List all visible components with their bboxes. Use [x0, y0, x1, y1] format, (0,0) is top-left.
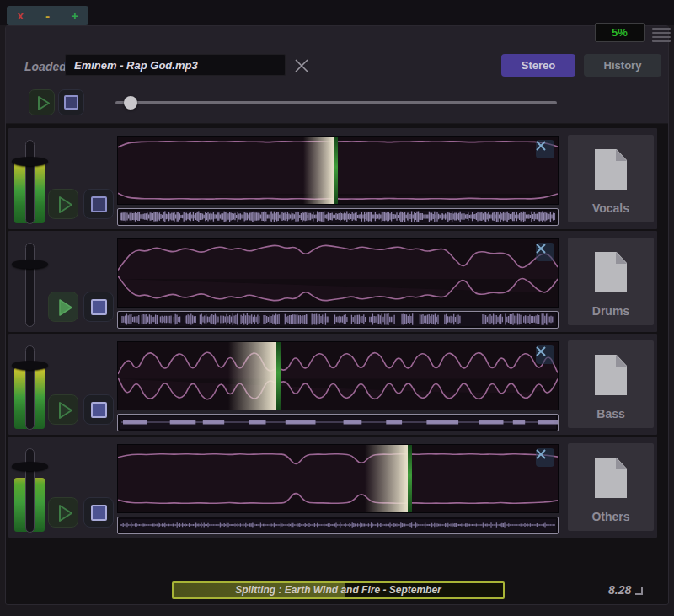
close-icon	[536, 346, 546, 356]
window-maximize-button[interactable]: +	[69, 10, 81, 21]
filename-input[interactable]	[65, 54, 286, 76]
mini-waveform	[118, 415, 558, 430]
file-icon	[595, 149, 627, 190]
history-button[interactable]: History	[584, 54, 661, 77]
mini-seek-strip[interactable]	[117, 208, 559, 226]
clear-file-icon[interactable]	[292, 56, 312, 76]
waveform-envelope	[118, 343, 558, 409]
close-icon	[536, 449, 546, 459]
loop-corner-icon	[635, 587, 643, 595]
header: 5% Loaded Stereo History	[6, 26, 668, 124]
menu-icon[interactable]	[651, 27, 671, 43]
fader-handle[interactable]	[12, 260, 48, 269]
remove-stem-button[interactable]	[536, 448, 554, 467]
mini-waveform	[118, 517, 558, 533]
track-row-vocals: Vocals	[8, 128, 657, 229]
waveform-envelope	[118, 240, 558, 306]
fader-track[interactable]	[25, 140, 35, 224]
stem-file-panel[interactable]: Bass	[568, 340, 654, 428]
stem-label: Drums	[568, 304, 654, 318]
fader-track[interactable]	[25, 345, 35, 430]
track-play-button[interactable]	[48, 497, 78, 528]
track-row-bass: Bass	[8, 334, 657, 435]
slider-thumb[interactable]	[124, 96, 137, 110]
track-stop-button[interactable]	[83, 394, 114, 425]
track-stop-button[interactable]	[83, 497, 114, 528]
track-row-others: Others	[8, 437, 657, 538]
window-minimize-button[interactable]: -	[41, 10, 53, 21]
fader-handle[interactable]	[12, 157, 48, 166]
stop-icon	[91, 299, 107, 315]
waveform-display[interactable]	[117, 341, 559, 410]
stem-label: Others	[568, 510, 654, 523]
mini-waveform	[118, 209, 558, 224]
file-icon	[595, 458, 627, 498]
mini-seek-strip[interactable]	[117, 414, 559, 431]
stop-icon	[91, 196, 107, 212]
track-row-drums: Drums	[8, 231, 657, 332]
remove-stem-button[interactable]	[536, 140, 554, 158]
stem-splitter-app: x - + 5% Loaded Stereo History	[0, 0, 674, 616]
splitting-status-bar: Splitting : Earth Wind and Fire - Septem…	[172, 581, 505, 599]
mini-waveform	[118, 312, 558, 327]
window-close-button[interactable]: x	[14, 10, 26, 21]
close-icon	[536, 141, 546, 151]
loaded-label: Loaded	[24, 60, 67, 73]
fader-handle[interactable]	[12, 462, 48, 471]
stem-file-panel[interactable]: Others	[568, 443, 654, 531]
track-stop-button[interactable]	[83, 189, 114, 219]
mini-seek-strip[interactable]	[117, 517, 559, 534]
playhead-highlight	[228, 342, 277, 410]
play-icon	[49, 190, 79, 220]
playhead-line	[276, 342, 281, 410]
stop-icon	[91, 505, 107, 521]
track-stop-button[interactable]	[83, 292, 114, 322]
playhead-highlight	[365, 445, 409, 512]
remove-stem-button[interactable]	[536, 345, 554, 364]
splitting-status-text: Splitting : Earth Wind and Fire - Septem…	[174, 583, 503, 597]
track-play-button[interactable]	[48, 292, 78, 322]
stem-file-panel[interactable]: Vocals	[568, 135, 654, 222]
playhead-line	[334, 137, 338, 204]
stem-label: Bass	[568, 407, 654, 420]
master-play-button[interactable]	[29, 89, 55, 115]
fader-handle[interactable]	[12, 361, 48, 370]
file-icon	[595, 355, 627, 395]
track-play-button[interactable]	[48, 189, 78, 219]
playhead-highlight	[303, 137, 334, 204]
stem-label: Vocals	[568, 201, 654, 215]
window-title-bar: x - +	[0, 0, 674, 25]
play-icon	[29, 90, 56, 116]
waveform-display[interactable]	[117, 238, 559, 308]
slider-track[interactable]	[115, 101, 557, 104]
close-icon	[536, 244, 546, 254]
mini-seek-strip[interactable]	[117, 311, 559, 329]
fader-track[interactable]	[25, 448, 35, 533]
time-value: 8.28	[608, 583, 631, 597]
play-icon	[49, 292, 79, 323]
seek-slider[interactable]	[115, 92, 564, 114]
waveform-envelope	[118, 446, 558, 512]
time-display: 8.28	[608, 583, 667, 597]
waveform-display[interactable]	[117, 136, 559, 205]
master-stop-button[interactable]	[58, 89, 84, 115]
volume-fader[interactable]	[12, 131, 51, 226]
split-progress-badge: 5%	[595, 23, 645, 42]
stop-icon	[91, 402, 107, 418]
play-icon	[49, 498, 79, 528]
play-icon	[49, 395, 79, 426]
track-play-button[interactable]	[48, 394, 78, 425]
volume-fader[interactable]	[12, 337, 51, 431]
stem-file-panel[interactable]: Drums	[568, 238, 654, 325]
waveform-display[interactable]	[117, 444, 559, 513]
volume-fader[interactable]	[12, 440, 51, 534]
stereo-button[interactable]: Stereo	[501, 54, 575, 77]
file-icon	[595, 252, 627, 292]
stop-icon	[64, 95, 78, 110]
remove-stem-button[interactable]	[536, 243, 554, 261]
playhead-line	[408, 445, 412, 512]
window-controls: x - +	[7, 6, 88, 25]
volume-fader[interactable]	[12, 234, 51, 329]
waveform-envelope	[118, 137, 558, 203]
fader-track[interactable]	[25, 243, 35, 327]
